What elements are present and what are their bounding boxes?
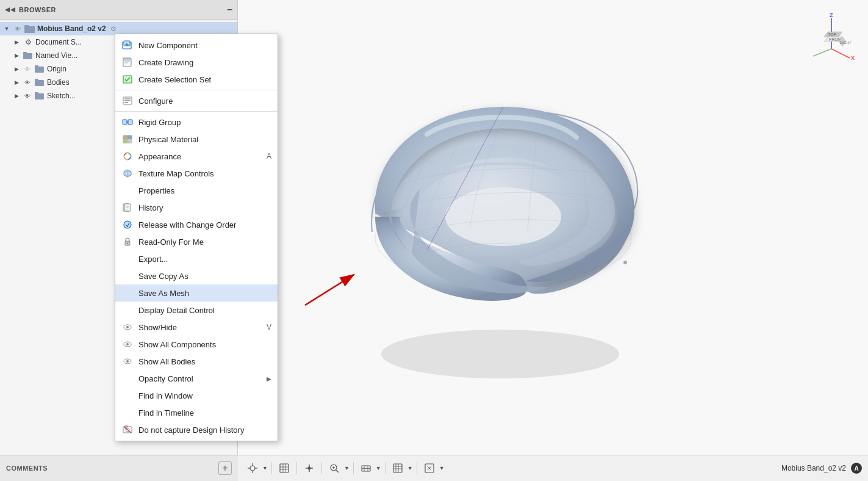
new-component-label: New Component	[138, 41, 271, 50]
svg-rect-52	[124, 204, 131, 211]
view-dropdown-icon[interactable]: ▼	[376, 465, 381, 471]
menu-item-show-all-components[interactable]: Show All Components	[115, 336, 278, 353]
comments-panel: COMMENTS +	[0, 455, 238, 481]
browser-title: ◀◀ BROWSER	[5, 6, 56, 13]
inspect-dropdown-icon[interactable]: ▼	[439, 465, 445, 471]
browser-label: BROWSER	[19, 6, 56, 13]
show-hide-label: Show/Hide	[138, 323, 262, 332]
comments-label: COMMENTS	[6, 465, 48, 472]
svg-rect-5	[35, 65, 38, 68]
show-all-bodies-label: Show All Bodies	[138, 357, 271, 366]
menu-item-physical-material[interactable]: Physical Material	[115, 131, 278, 148]
menu-item-create-selection-set[interactable]: Create Selection Set	[115, 71, 278, 88]
svg-rect-49	[127, 139, 132, 143]
expand-views-icon[interactable]: ▶	[12, 51, 21, 60]
appearance-shortcut: A	[267, 152, 271, 161]
browser-close-icon[interactable]: −	[227, 4, 232, 15]
tool-zoom-btn[interactable]	[326, 460, 343, 477]
eye-hidden-icon[interactable]: 👁	[23, 65, 32, 73]
svg-line-18	[831, 49, 850, 58]
configure-label: Configure	[138, 96, 271, 106]
tool-display-btn[interactable]	[389, 460, 406, 477]
tool-snap-btn[interactable]	[244, 460, 261, 477]
tool-view-btn[interactable]	[357, 460, 375, 477]
folder-icon-root	[24, 24, 35, 34]
save-as-mesh-icon	[121, 288, 134, 298]
expand-icon[interactable]: ▼	[2, 24, 11, 33]
folder-icon-bodies	[34, 78, 45, 87]
svg-point-64	[126, 360, 129, 363]
menu-item-opacity-control[interactable]: Opacity Control ▶	[115, 370, 278, 387]
physical-material-label: Physical Material	[138, 135, 271, 144]
svg-rect-3	[23, 52, 27, 54]
expand-origin-icon[interactable]: ▶	[12, 65, 21, 73]
eye-sketches-icon[interactable]: 👁	[23, 92, 32, 100]
svg-point-14	[623, 261, 627, 264]
rigid-group-icon	[121, 117, 134, 128]
appearance-icon	[121, 151, 134, 162]
menu-item-appearance[interactable]: Appearance A	[115, 148, 278, 165]
release-icon	[121, 219, 134, 230]
selection-set-label: Create Selection Set	[138, 75, 271, 84]
find-timeline-label: Find in Timeline	[138, 408, 271, 418]
opacity-label: Opacity Control	[138, 374, 262, 383]
views-label: Named Vie...	[35, 51, 77, 60]
tool-inspect-btn[interactable]	[421, 460, 438, 477]
document-name-label: Mobius Band_o2 v2	[781, 464, 846, 472]
context-menu: New Component Create Drawing Create Sele…	[115, 34, 278, 441]
origin-label: Origin	[47, 65, 66, 73]
axis-cube[interactable]: Z X FRONT RIGHT TOP	[807, 12, 856, 61]
add-comment-icon[interactable]: +	[218, 461, 232, 475]
expand-bodies-icon[interactable]: ▶	[12, 78, 21, 87]
menu-item-rigid-group[interactable]: Rigid Group	[115, 114, 278, 131]
menu-item-save-as-mesh[interactable]: Save As Mesh	[115, 284, 278, 302]
viewport[interactable]: Z X FRONT RIGHT TOP	[238, 0, 868, 455]
menu-item-new-component[interactable]: New Component	[115, 37, 278, 54]
read-only-label: Read-Only For Me	[138, 237, 271, 247]
browser-back-icon[interactable]: ◀◀	[5, 6, 15, 13]
separator-2	[115, 111, 278, 112]
sep4	[353, 462, 354, 474]
svg-point-10	[381, 330, 619, 378]
display-dropdown-icon[interactable]: ▼	[407, 465, 413, 471]
folder-icon-origin	[34, 64, 45, 74]
svg-rect-1	[24, 25, 29, 27]
menu-item-display-detail[interactable]: Display Detail Control	[115, 302, 278, 319]
svg-rect-42	[123, 120, 127, 125]
tool-pan-btn[interactable]	[301, 460, 318, 477]
menu-item-save-copy-as[interactable]: Save Copy As	[115, 267, 278, 284]
export-label: Export...	[138, 255, 271, 264]
menu-item-create-drawing[interactable]: Create Drawing	[115, 54, 278, 71]
menu-item-do-not-capture[interactable]: Do not capture Design History	[115, 421, 278, 438]
menu-item-show-all-bodies[interactable]: Show All Bodies	[115, 353, 278, 370]
eye-bodies-icon[interactable]: 👁	[23, 78, 32, 87]
find-window-icon	[121, 390, 134, 401]
create-drawing-label: Create Drawing	[138, 58, 271, 67]
menu-item-export[interactable]: Export...	[115, 250, 278, 267]
menu-item-history[interactable]: History	[115, 199, 278, 216]
save-as-mesh-label: Save As Mesh	[138, 289, 271, 298]
snap-dropdown-icon[interactable]: ▼	[262, 465, 268, 471]
svg-rect-40	[124, 100, 131, 101]
menu-item-find-timeline[interactable]: Find in Timeline	[115, 404, 278, 421]
menu-item-find-window[interactable]: Find in Window	[115, 387, 278, 404]
menu-item-texture-map[interactable]: Texture Map Controls	[115, 165, 278, 182]
svg-line-19	[813, 49, 831, 56]
display-detail-label: Display Detail Control	[138, 306, 271, 315]
eye-icon[interactable]: 👁	[13, 24, 23, 33]
bottom-toolbar: ▼ ▼	[238, 455, 868, 481]
menu-item-properties[interactable]: Properties	[115, 182, 278, 199]
tool-grid-btn[interactable]	[276, 460, 293, 477]
svg-point-60	[126, 326, 129, 328]
expand-sketches-icon[interactable]: ▶	[12, 92, 21, 100]
opacity-icon	[121, 373, 134, 384]
menu-item-configure[interactable]: Configure	[115, 92, 278, 109]
zoom-dropdown-icon[interactable]: ▼	[344, 465, 350, 471]
expand-doc-icon[interactable]: ▶	[12, 38, 21, 46]
menu-item-release-change-order[interactable]: Release with Change Order	[115, 216, 278, 233]
menu-item-read-only[interactable]: Read-Only For Me	[115, 233, 278, 250]
doc-label: Document S...	[35, 38, 82, 46]
show-all-comp-label: Show All Components	[138, 340, 271, 349]
menu-item-show-hide[interactable]: Show/Hide V	[115, 319, 278, 336]
browser-header: ◀◀ BROWSER −	[0, 0, 237, 20]
